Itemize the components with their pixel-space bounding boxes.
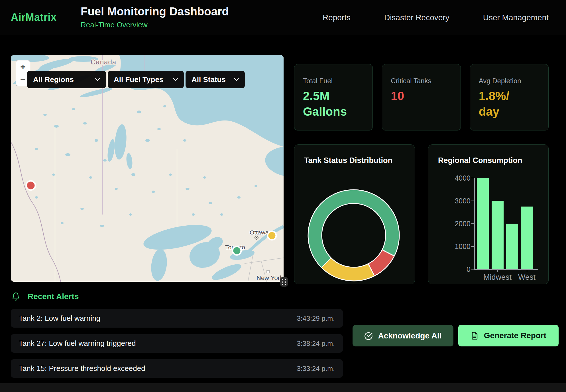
tank-status-donut (294, 145, 415, 284)
y-tick-label: 0 (445, 265, 471, 273)
region-filter-value: All Regions (33, 75, 74, 84)
critical-tanks-value: 10 (391, 88, 452, 104)
y-tick-label: 2000 (445, 220, 471, 228)
alert-time: 3:33:24 p.m. (297, 365, 335, 373)
tank-marker-normal[interactable] (233, 246, 241, 255)
regional-consumption-plot: 01000200030004000MidwestWest (428, 145, 549, 285)
avg-depletion-card: Avg Depletion 1.8%/day (470, 64, 549, 130)
fuel-type-filter-value: All Fuel Types (114, 75, 163, 84)
x-tick-mark (527, 270, 527, 272)
bottom-strip (0, 383, 566, 392)
map-panel: Canada Ottawa Toronto New York + − (11, 55, 284, 282)
map-illustration: Canada Ottawa Toronto New York (11, 55, 284, 282)
bar-3 (506, 224, 518, 269)
total-fuel-card: Total Fuel 2.5MGallons (294, 64, 373, 130)
nav-disaster-recovery[interactable]: Disaster Recovery (384, 13, 449, 22)
new-york-place-icon (267, 270, 269, 273)
critical-tanks-card: Critical Tanks 10 (382, 64, 461, 130)
brand-logo[interactable]: AirMatrix (11, 11, 57, 23)
region-filter-dropdown[interactable]: All Regions (27, 71, 106, 88)
map-resize-handle[interactable] (280, 277, 288, 287)
y-tick-label: 4000 (445, 174, 471, 182)
map-label-ottawa: Ottawa (250, 229, 269, 236)
alert-message: Tank 2: Low fuel warning (19, 314, 100, 323)
x-tick-label: West (518, 273, 536, 282)
map-label-new-york: New York (256, 274, 283, 281)
alert-message: Tank 27: Low fuel warning triggered (19, 339, 136, 348)
tank-status-title: Tank Status Distribution (304, 156, 392, 165)
alert-time: 3:43:29 p.m. (297, 315, 335, 322)
tank-marker-warning[interactable] (268, 231, 276, 240)
donut-segment-warning (321, 258, 374, 281)
acknowledge-all-button[interactable]: Acknowledge All (353, 325, 453, 346)
y-tick-label: 1000 (445, 242, 471, 251)
stat-cards: Total Fuel 2.5MGallons Critical Tanks 10… (294, 64, 549, 130)
bell-icon (11, 292, 20, 301)
generate-report-button[interactable]: Generate Report (458, 325, 559, 346)
tank-status-card: Tank Status Distribution (294, 144, 415, 284)
alert-row-2[interactable]: Tank 27: Low fuel warning triggered 3:38… (11, 334, 343, 353)
page-subtitle: Real-Time Overview (81, 21, 229, 29)
check-circle-icon (364, 332, 373, 340)
report-document-icon (471, 332, 479, 340)
y-tick-label: 3000 (445, 197, 471, 205)
critical-tanks-label: Critical Tanks (391, 77, 452, 85)
dashboard-page: AirMatrix Fuel Monitoring Dashboard Real… (0, 0, 566, 392)
y-tick-mark (471, 246, 474, 247)
alert-message: Tank 15: Pressure threshold exceeded (19, 364, 145, 373)
title-block: Fuel Monitoring Dashboard Real-Time Over… (81, 5, 229, 29)
nav-user-management[interactable]: User Management (483, 13, 549, 22)
avg-depletion-label: Avg Depletion (479, 77, 540, 85)
alert-time: 3:38:24 p.m. (297, 340, 335, 348)
main-nav: Reports Disaster Recovery User Managemen… (323, 0, 549, 35)
y-tick-mark (471, 201, 474, 201)
recent-alerts-title: Recent Alerts (28, 292, 79, 301)
x-axis-line (474, 269, 538, 270)
y-tick-mark (471, 223, 474, 224)
header: AirMatrix Fuel Monitoring Dashboard Real… (0, 0, 566, 35)
y-tick-mark (471, 269, 474, 270)
status-filter-dropdown[interactable]: All Status (186, 71, 245, 88)
fuel-type-filter-dropdown[interactable]: All Fuel Types (108, 71, 184, 88)
bar-4 (521, 207, 533, 269)
nav-reports[interactable]: Reports (323, 13, 351, 22)
chevron-down-icon (234, 78, 239, 81)
map-filters: All Regions All Fuel Types All Status (27, 71, 245, 88)
x-tick-mark (497, 270, 498, 272)
avg-depletion-value: 1.8%/day (479, 88, 540, 119)
regional-consumption-title: Regional Consumption (438, 156, 522, 165)
alert-row-3[interactable]: Tank 15: Pressure threshold exceeded 3:3… (11, 359, 343, 378)
alert-row-1[interactable]: Tank 2: Low fuel warning 3:43:29 p.m. (11, 309, 343, 328)
chevron-down-icon (173, 78, 178, 81)
status-filter-value: All Status (192, 75, 226, 84)
bar-2 (492, 201, 504, 269)
regional-consumption-card: Regional Consumption 01000200030004000Mi… (428, 144, 549, 284)
map-label-canada: Canada (91, 58, 116, 66)
map-canvas[interactable]: Canada Ottawa Toronto New York + − (11, 55, 284, 282)
y-tick-mark (471, 178, 474, 178)
y-axis-line (474, 178, 475, 270)
total-fuel-label: Total Fuel (303, 77, 364, 85)
x-tick-label: Midwest (483, 273, 512, 282)
total-fuel-value: 2.5MGallons (303, 88, 364, 119)
chevron-down-icon (95, 78, 100, 81)
tank-marker-critical[interactable] (26, 181, 35, 190)
recent-alerts-heading: Recent Alerts (11, 292, 79, 301)
page-title: Fuel Monitoring Dashboard (81, 5, 229, 18)
bar-1 (477, 178, 489, 269)
